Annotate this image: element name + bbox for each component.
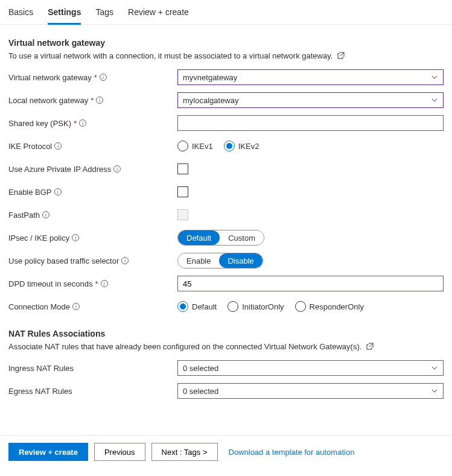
section-vng-desc: To use a virtual network with a connecti…: [8, 51, 444, 61]
egress-dropdown[interactable]: 0 selected: [177, 383, 444, 399]
required-icon: *: [95, 279, 98, 288]
private-ip-checkbox[interactable]: [177, 163, 188, 174]
info-icon[interactable]: i: [101, 280, 108, 287]
tabs-bar: Basics Settings Tags Review + create: [0, 0, 452, 25]
external-link-icon[interactable]: [337, 52, 345, 61]
footer-bar: Review + create Previous Next : Tags > D…: [0, 435, 452, 468]
next-button[interactable]: Next : Tags >: [151, 443, 218, 461]
label-ingress: Ingress NAT Rules: [8, 364, 74, 373]
ike-radio-group: IKEv1 IKEv2: [177, 141, 444, 151]
label-egress: Egress NAT Rules: [8, 387, 72, 396]
info-icon[interactable]: i: [79, 119, 86, 127]
label-vng: Virtual network gateway: [8, 73, 92, 82]
radio-conn-responder[interactable]: ResponderOnly: [295, 301, 364, 312]
info-icon[interactable]: i: [96, 97, 103, 104]
tab-tags[interactable]: Tags: [95, 2, 113, 25]
info-icon[interactable]: i: [54, 142, 62, 150]
vng-dropdown[interactable]: myvnetgateway: [177, 69, 444, 85]
required-icon: *: [91, 96, 94, 105]
dpd-input[interactable]: [177, 276, 444, 291]
bgp-checkbox[interactable]: [177, 186, 188, 197]
label-fastpath: FastPath: [8, 211, 40, 220]
pill-policy-default[interactable]: Default: [178, 230, 220, 245]
download-template-link[interactable]: Download a template for automation: [229, 448, 355, 457]
required-icon: *: [74, 119, 77, 128]
section-nat-desc: Associate NAT rules that have already be…: [8, 342, 444, 352]
label-connmode: Connection Mode: [8, 302, 70, 311]
lng-dropdown[interactable]: mylocalgateway: [177, 92, 444, 108]
ipsec-policy-toggle: Default Custom: [177, 230, 264, 246]
info-icon[interactable]: i: [100, 74, 107, 81]
ingress-dropdown[interactable]: 0 selected: [177, 360, 444, 376]
pbts-toggle: Enable Disable: [177, 253, 263, 268]
required-icon: *: [94, 73, 97, 82]
label-lng: Local network gateway: [8, 96, 88, 105]
radio-ikev2[interactable]: IKEv2: [224, 141, 259, 151]
info-icon[interactable]: i: [42, 211, 49, 218]
label-ike: IKE Protocol: [8, 142, 52, 151]
radio-ikev1[interactable]: IKEv1: [177, 141, 213, 151]
chevron-down-icon: [431, 387, 438, 395]
tab-basics[interactable]: Basics: [8, 2, 33, 25]
section-nat-title: NAT Rules Associations: [8, 329, 444, 338]
pill-pbts-disable[interactable]: Disable: [219, 253, 262, 268]
chevron-down-icon: [431, 97, 438, 104]
chevron-down-icon: [431, 364, 438, 372]
label-private-ip: Use Azure Private IP Address: [8, 165, 111, 174]
info-icon[interactable]: i: [113, 165, 121, 173]
review-create-button[interactable]: Review + create: [8, 443, 88, 461]
info-icon[interactable]: i: [121, 257, 129, 264]
tab-settings[interactable]: Settings: [48, 2, 81, 25]
label-dpd: DPD timeout in seconds: [8, 279, 92, 288]
radio-conn-default[interactable]: Default: [177, 301, 217, 312]
fastpath-checkbox: [177, 209, 188, 220]
pill-policy-custom[interactable]: Custom: [220, 230, 264, 245]
radio-conn-initiator[interactable]: InitiatorOnly: [228, 301, 284, 312]
previous-button[interactable]: Previous: [94, 443, 145, 461]
section-vng-title: Virtual network gateway: [8, 38, 444, 48]
info-icon[interactable]: i: [72, 234, 79, 241]
label-bgp: Enable BGP: [8, 188, 52, 197]
info-icon[interactable]: i: [72, 303, 80, 310]
connmode-radio-group: Default InitiatorOnly ResponderOnly: [177, 301, 444, 312]
label-psk: Shared key (PSK): [8, 119, 71, 128]
psk-input[interactable]: [177, 115, 444, 131]
pill-pbts-enable[interactable]: Enable: [178, 253, 219, 268]
info-icon[interactable]: i: [54, 188, 62, 195]
chevron-down-icon: [431, 74, 438, 81]
tab-review[interactable]: Review + create: [128, 2, 189, 25]
label-ipsec-policy: IPsec / IKE policy: [8, 233, 69, 243]
label-pbts: Use policy based traffic selector: [8, 256, 119, 265]
external-link-icon[interactable]: [366, 343, 374, 352]
